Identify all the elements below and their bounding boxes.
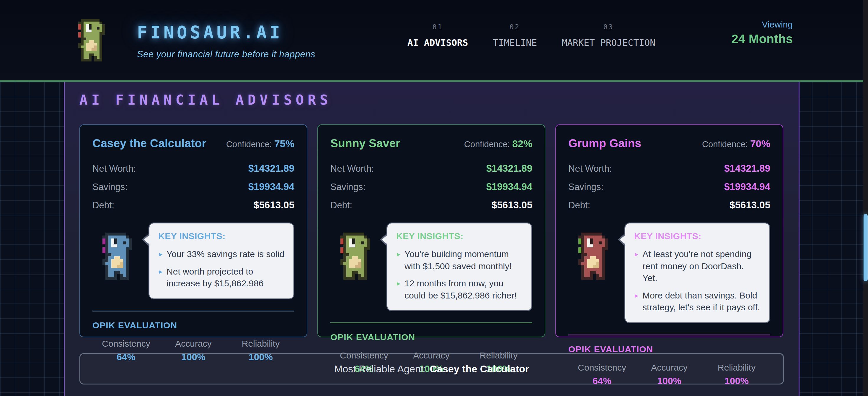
- nav-number: 01: [407, 23, 468, 31]
- stat-row: Savings:$19934.94: [330, 181, 532, 192]
- advisor-dino-icon: [330, 223, 380, 280]
- stat-value: $5613.05: [492, 199, 532, 211]
- stat-value: $19934.94: [248, 181, 294, 192]
- nav-item-timeline[interactable]: 02TIMELINE: [493, 23, 537, 48]
- viewing-indicator: Viewing 24 Months: [731, 20, 793, 46]
- confidence: Confidence: 82%: [464, 138, 532, 149]
- stat-label: Debt:: [92, 200, 114, 211]
- insights-title: KEY INSIGHTS:: [158, 231, 285, 241]
- metric-value: 100%: [636, 376, 703, 387]
- insight-text: At least you're not spending rent money …: [643, 248, 761, 284]
- card-divider: [330, 322, 532, 323]
- insight-item: ▸12 months from now, you could be $15,86…: [396, 278, 523, 302]
- metric-reliability: Reliability100%: [703, 363, 770, 387]
- metric-accuracy: Accuracy100%: [160, 339, 227, 363]
- insight-text: Your 33% savings rate is solid: [166, 248, 284, 260]
- stat-row: Savings:$19934.94: [568, 181, 770, 192]
- stats: Net Worth:$14321.89Savings:$19934.94Debt…: [92, 163, 294, 211]
- stats: Net Worth:$14321.89Savings:$19934.94Debt…: [330, 163, 532, 211]
- stat-row: Savings:$19934.94: [92, 181, 294, 192]
- opik-evaluation-title: OPIK EVALUATION: [330, 332, 532, 342]
- stat-row: Net Worth:$14321.89: [92, 163, 294, 174]
- viewing-value: 24 Months: [731, 32, 793, 46]
- stat-label: Net Worth:: [92, 163, 136, 174]
- confidence-value: 82%: [512, 138, 532, 149]
- advisor-name: Grump Gains: [568, 137, 641, 150]
- stat-row: Debt:$5613.05: [92, 199, 294, 211]
- grid-background: AI FINANCIAL ADVISORS Casey the Calculat…: [0, 82, 868, 396]
- advisor-name: Sunny Saver: [330, 137, 400, 150]
- advisor-card-header: Sunny Saver Confidence: 82%: [330, 137, 532, 150]
- metric-consistency: Consistency64%: [92, 339, 160, 363]
- confidence-value: 75%: [274, 138, 294, 149]
- app-tagline: See your financial future before it happ…: [137, 49, 315, 60]
- bullet-arrow-icon: ▸: [159, 249, 162, 260]
- metric-value: 64%: [92, 352, 160, 363]
- speech-bubble: KEY INSIGHTS: ▸You're building momentum …: [386, 223, 532, 311]
- stat-label: Savings:: [568, 182, 603, 192]
- section-title: AI FINANCIAL ADVISORS: [80, 92, 784, 108]
- stats: Net Worth:$14321.89Savings:$19934.94Debt…: [568, 163, 770, 211]
- scrollbar-thumb[interactable]: [864, 214, 868, 281]
- stat-value: $19934.94: [486, 181, 532, 192]
- metric-value: 64%: [568, 376, 636, 387]
- dino-logo-icon: [75, 19, 107, 61]
- stat-label: Net Worth:: [330, 163, 374, 174]
- main-panel: AI FINANCIAL ADVISORS Casey the Calculat…: [64, 82, 800, 396]
- confidence-value: 70%: [750, 138, 770, 149]
- advisor-card[interactable]: Grump Gains Confidence: 70% Net Worth:$1…: [555, 124, 783, 337]
- stat-label: Savings:: [330, 182, 366, 192]
- bullet-arrow-icon: ▸: [397, 279, 400, 302]
- main-nav: 01AI ADVISORS02TIMELINE03MARKET PROJECTI…: [407, 23, 655, 48]
- confidence-label: Confidence:: [702, 140, 750, 149]
- confidence: Confidence: 75%: [226, 138, 294, 149]
- insights-title: KEY INSIGHTS:: [634, 231, 761, 241]
- card-divider: [92, 311, 294, 311]
- page-scrollbar[interactable]: [863, 0, 868, 396]
- most-reliable-label: Most Reliable Agent:: [334, 363, 426, 375]
- app-header: FINOSAUR.AI See your financial future be…: [0, 0, 868, 80]
- metric-label: Accuracy: [160, 339, 227, 349]
- metrics: Consistency64%Accuracy100%Reliability100…: [92, 339, 294, 363]
- metric-label: Accuracy: [398, 350, 465, 361]
- stat-value: $5613.05: [254, 199, 294, 211]
- metric-value: 100%: [703, 376, 770, 387]
- metric-label: Consistency: [330, 350, 398, 361]
- nav-number: 03: [562, 23, 655, 31]
- insight-text: You're building momentum with $1,500 sav…: [404, 248, 523, 272]
- nav-label: MARKET PROJECTION: [562, 37, 655, 48]
- bullet-arrow-icon: ▸: [159, 267, 162, 290]
- bullet-arrow-icon: ▸: [635, 291, 638, 314]
- metric-value: 100%: [227, 352, 294, 363]
- most-reliable-value: Casey the Calculator: [430, 363, 529, 375]
- stat-value: $19934.94: [724, 181, 770, 192]
- nav-item-ai-advisors[interactable]: 01AI ADVISORS: [407, 23, 468, 48]
- metric-label: Consistency: [568, 363, 636, 373]
- confidence-label: Confidence:: [464, 140, 512, 149]
- insight-text: More debt than savings. Bold strategy, l…: [643, 290, 761, 314]
- insight-item: ▸Your 33% savings rate is solid: [158, 248, 285, 260]
- opik-evaluation-title: OPIK EVALUATION: [568, 344, 770, 354]
- stat-value: $14321.89: [724, 163, 770, 174]
- metric-label: Accuracy: [636, 363, 703, 373]
- metric-consistency: Consistency64%: [568, 363, 636, 387]
- confidence: Confidence: 70%: [702, 138, 770, 149]
- metric-label: Reliability: [465, 350, 532, 361]
- insight-row: KEY INSIGHTS: ▸You're building momentum …: [330, 223, 532, 311]
- advisor-dino-icon: [568, 223, 618, 280]
- speech-bubble: KEY INSIGHTS: ▸Your 33% savings rate is …: [149, 223, 294, 300]
- viewing-label: Viewing: [731, 20, 793, 30]
- nav-number: 02: [493, 23, 537, 31]
- advisor-card[interactable]: Sunny Saver Confidence: 82% Net Worth:$1…: [317, 124, 545, 337]
- advisor-card[interactable]: Casey the Calculator Confidence: 75% Net…: [80, 124, 307, 337]
- insight-row: KEY INSIGHTS: ▸Your 33% savings rate is …: [92, 223, 294, 300]
- metrics: Consistency64%Accuracy100%Reliability100…: [568, 363, 770, 387]
- insight-item: ▸At least you're not spending rent money…: [634, 248, 761, 284]
- advisor-cards: Casey the Calculator Confidence: 75% Net…: [80, 124, 784, 337]
- brand: FINOSAUR.AI See your financial future be…: [75, 17, 315, 61]
- insight-text: 12 months from now, you could be $15,862…: [404, 278, 523, 302]
- metric-label: Reliability: [703, 363, 770, 373]
- nav-item-market-projection[interactable]: 03MARKET PROJECTION: [562, 23, 655, 48]
- stat-row: Debt:$5613.05: [330, 199, 532, 211]
- speech-bubble: KEY INSIGHTS: ▸At least you're not spend…: [624, 223, 770, 323]
